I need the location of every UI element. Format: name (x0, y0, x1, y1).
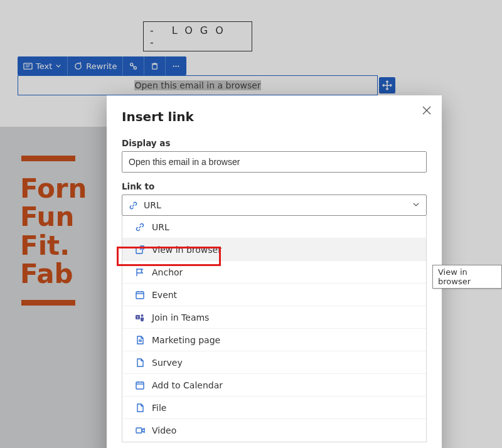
insert-link-dialog: Insert link Display as Link to URL URL V… (107, 95, 442, 448)
page-icon (135, 335, 145, 345)
document-icon (135, 358, 145, 368)
option-label: Marketing page (152, 335, 220, 345)
link-to-select[interactable]: URL (122, 195, 427, 216)
link-icon (129, 201, 138, 210)
option-join-in-teams[interactable]: T Join in Teams (122, 306, 426, 329)
tooltip: View in browser (432, 265, 502, 289)
option-add-to-calendar[interactable]: Add to Calendar (122, 374, 426, 397)
flag-icon (135, 267, 145, 277)
link-to-options-dropdown: URL View in browser Anchor Event T Join … (122, 216, 427, 442)
svg-rect-29 (136, 382, 144, 389)
display-as-label: Display as (122, 138, 427, 148)
option-label: Add to Calendar (152, 380, 223, 390)
svg-line-18 (140, 246, 144, 250)
selected-option-label: URL (144, 200, 161, 210)
option-video[interactable]: Video (122, 419, 426, 442)
option-label: Video (152, 425, 176, 435)
svg-rect-20 (136, 292, 144, 299)
file-icon (135, 403, 145, 413)
option-label: URL (152, 222, 169, 232)
calendar-grid-icon (135, 380, 145, 390)
calendar-icon (135, 290, 145, 300)
svg-point-26 (141, 314, 144, 317)
svg-rect-37 (136, 428, 142, 433)
option-anchor[interactable]: Anchor (122, 261, 426, 284)
option-label: View in browser (152, 245, 222, 255)
option-event[interactable]: Event (122, 284, 426, 306)
link-icon (135, 222, 145, 232)
open-external-icon (135, 245, 145, 255)
option-label: Survey (152, 358, 183, 368)
option-marketing-page[interactable]: Marketing page (122, 329, 426, 351)
option-file[interactable]: File (122, 397, 426, 419)
video-icon (135, 425, 145, 435)
option-label: Join in Teams (152, 312, 209, 323)
teams-icon: T (135, 312, 145, 323)
close-icon (422, 106, 431, 115)
option-label: Anchor (152, 267, 183, 277)
option-url[interactable]: URL (122, 216, 426, 238)
option-label: Event (152, 290, 177, 300)
option-survey[interactable]: Survey (122, 351, 426, 374)
option-view-in-browser[interactable]: View in browser (122, 238, 426, 261)
option-label: File (152, 403, 166, 413)
chevron-down-icon (412, 200, 420, 210)
display-as-input[interactable] (122, 151, 427, 173)
link-to-label: Link to (122, 181, 427, 191)
close-button[interactable] (420, 104, 433, 117)
dialog-title: Insert link (122, 109, 427, 124)
tooltip-text: View in browser (438, 267, 471, 286)
